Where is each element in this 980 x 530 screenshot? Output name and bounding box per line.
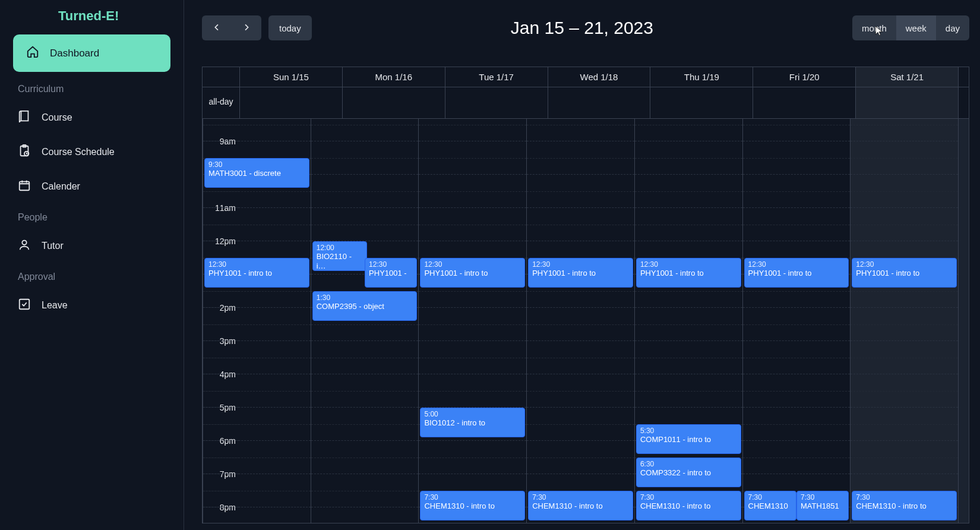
event-title: COMP3322 - intro to <box>640 468 737 478</box>
all-day-row: all-day <box>203 87 969 119</box>
check-square-icon <box>18 298 31 313</box>
calendar-event[interactable]: 6:30COMP3322 - intro to <box>636 458 741 487</box>
day-column-tue[interactable]: 12:30PHY1001 - intro to5:00BIO1012 - int… <box>418 119 526 523</box>
calendar-event[interactable]: 7:30CHEM1310 - intro to <box>852 491 957 520</box>
calendar-event[interactable]: 12:00BIO2110 - i… <box>312 241 367 271</box>
day-column-fri[interactable]: 12:30PHY1001 - intro to7:30CHEM13107:30M… <box>742 119 851 523</box>
event-title: PHY1001 - intro to <box>748 269 845 278</box>
calendar: Sun 1/15Mon 1/16Tue 1/17Wed 1/18Thu 1/19… <box>202 67 969 523</box>
calendar-event[interactable]: 5:30COMP1011 - intro to <box>636 424 741 454</box>
calendar-header-row: Sun 1/15Mon 1/16Tue 1/17Wed 1/18Thu 1/19… <box>203 67 969 87</box>
section-people: People <box>18 212 170 223</box>
chevron-left-icon <box>212 23 222 34</box>
calendar-event[interactable]: 12:30PHY1001 - intro to <box>744 258 849 288</box>
date-range-title: Jan 15 – 21, 2023 <box>312 18 852 38</box>
calendar-event[interactable]: 1:30COMP2395 - object <box>312 291 418 321</box>
day-column-thu[interactable]: 12:30PHY1001 - intro to5:30COMP1011 - in… <box>634 119 742 523</box>
all-day-cell-sat[interactable] <box>855 87 958 118</box>
day-header-tue: Tue 1/17 <box>445 67 548 87</box>
day-header-mon: Mon 1/16 <box>342 67 445 87</box>
today-button[interactable]: today <box>268 15 312 40</box>
svg-rect-3 <box>20 182 30 191</box>
event-time: 12:30 <box>532 260 629 269</box>
sidebar-item-dashboard[interactable]: Dashboard <box>13 34 170 72</box>
day-header-wed: Wed 1/18 <box>548 67 650 87</box>
calendar-event[interactable]: 12:30PHY1001 - <box>365 258 417 288</box>
section-curriculum: Curriculum <box>18 84 170 94</box>
all-day-cell-fri[interactable] <box>753 87 855 118</box>
event-time: 7:30 <box>856 493 953 501</box>
event-time: 9:30 <box>208 160 305 169</box>
event-title: MATH3001 - discrete <box>208 169 305 178</box>
book-icon <box>18 110 31 125</box>
event-title: CHEM1310 - intro to <box>532 501 629 511</box>
calendar-event[interactable]: 7:30CHEM1310 <box>744 491 796 520</box>
event-title: COMP2395 - object <box>317 302 413 311</box>
day-column-sun[interactable]: 9:30MATH3001 - discrete12:30PHY1001 - in… <box>203 119 311 523</box>
calendar-body[interactable]: 9am10am11am12pm1pm2pm3pm4pm5pm6pm7pm8pm … <box>203 119 969 523</box>
event-time: 12:30 <box>369 260 413 269</box>
prev-button[interactable] <box>202 15 232 40</box>
event-title: CHEM1310 - intro to <box>856 501 953 511</box>
calendar-event[interactable]: 7:30CHEM1310 - intro to <box>528 491 633 520</box>
section-approval: Approval <box>18 272 170 282</box>
event-time: 7:30 <box>424 493 521 501</box>
event-title: PHY1001 - intro to <box>856 269 953 278</box>
calendar-event[interactable]: 5:00BIO1012 - intro to <box>420 408 525 437</box>
event-title: PHY1001 - intro to <box>532 269 629 278</box>
day-column-mon[interactable]: 12:00BIO2110 - i…12:30PHY1001 -1:30COMP2… <box>311 119 419 523</box>
calendar-event[interactable]: 9:30MATH3001 - discrete <box>204 158 309 188</box>
event-time: 7:30 <box>532 493 629 501</box>
all-day-cell-wed[interactable] <box>548 87 650 118</box>
event-time: 12:00 <box>317 244 363 252</box>
app-brand: Turned-E! <box>58 8 170 24</box>
all-day-cell-tue[interactable] <box>445 87 548 118</box>
sidebar-item-label: Course <box>42 112 72 123</box>
calendar-event[interactable]: 7:30CHEM1310 - intro to <box>420 491 525 520</box>
calendar-event[interactable]: 12:30PHY1001 - intro to <box>636 258 741 288</box>
sidebar-item-course-schedule[interactable]: Course Schedule <box>13 135 170 169</box>
calendar-icon <box>18 179 31 194</box>
all-day-cell-sun[interactable] <box>239 87 342 118</box>
time-col-head <box>203 67 239 87</box>
next-button[interactable] <box>232 15 261 40</box>
sidebar-item-tutor[interactable]: Tutor <box>13 229 170 263</box>
event-title: COMP1011 - intro to <box>640 435 737 444</box>
event-title: PHY1001 - intro to <box>640 269 737 278</box>
sidebar-item-label: Tutor <box>42 241 64 251</box>
event-time: 5:00 <box>424 410 521 418</box>
day-column-sat[interactable]: 12:30PHY1001 - intro to7:30CHEM1310 - in… <box>850 119 958 523</box>
sidebar-item-calender[interactable]: Calender <box>13 169 170 204</box>
all-day-label: all-day <box>203 87 239 118</box>
user-icon <box>18 238 31 254</box>
calendar-event[interactable]: 7:30MATH1851 <box>796 491 849 520</box>
main: today Jan 15 – 21, 2023 month week day S… <box>184 0 980 530</box>
event-title: CHEM1310 - intro to <box>424 501 521 511</box>
calendar-event[interactable]: 12:30PHY1001 - intro to <box>852 258 957 288</box>
event-title: PHY1001 - intro to <box>424 269 521 278</box>
view-month-button[interactable]: month <box>852 15 896 40</box>
sidebar: Turned-E! Dashboard Curriculum Course Co… <box>0 0 184 530</box>
event-time: 7:30 <box>801 493 845 501</box>
vertical-scrollbar[interactable] <box>958 119 969 523</box>
scrollbar-gutter <box>958 67 969 87</box>
all-day-cell-thu[interactable] <box>650 87 753 118</box>
event-time: 12:30 <box>640 260 737 269</box>
event-title: MATH1851 <box>801 501 845 511</box>
calendar-event[interactable]: 12:30PHY1001 - intro to <box>420 258 525 288</box>
event-time: 1:30 <box>317 294 413 302</box>
sidebar-item-leave[interactable]: Leave <box>13 288 170 323</box>
view-week-button[interactable]: week <box>896 15 936 40</box>
nav-arrows <box>202 15 261 40</box>
event-title: CHEM1310 - intro to <box>640 501 737 511</box>
all-day-cell-mon[interactable] <box>342 87 445 118</box>
view-day-button[interactable]: day <box>936 15 969 40</box>
svg-point-4 <box>22 241 26 245</box>
calendar-event[interactable]: 7:30CHEM1310 - intro to <box>636 491 741 520</box>
event-title: PHY1001 - <box>369 269 413 278</box>
day-column-wed[interactable]: 12:30PHY1001 - intro to7:30CHEM1310 - in… <box>526 119 634 523</box>
svg-rect-5 <box>20 299 30 310</box>
sidebar-item-course[interactable]: Course <box>13 100 170 135</box>
calendar-event[interactable]: 12:30PHY1001 - intro to <box>204 258 309 288</box>
calendar-event[interactable]: 12:30PHY1001 - intro to <box>528 258 633 288</box>
